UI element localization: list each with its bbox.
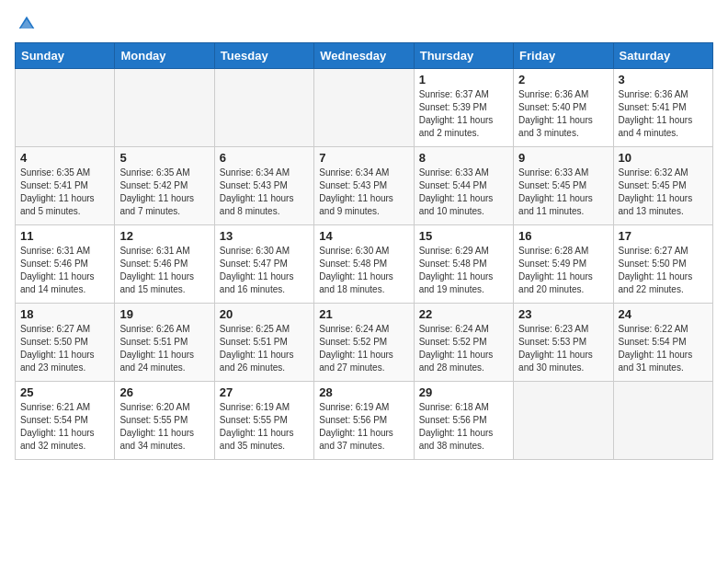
day-number: 23 [518,307,608,321]
day-info: Sunrise: 6:31 AM Sunset: 5:46 PM Dayligh… [20,245,109,296]
day-number: 19 [119,307,209,321]
day-number: 16 [518,229,608,243]
calendar-day-cell: 9Sunrise: 6:33 AM Sunset: 5:45 PM Daylig… [514,147,613,225]
day-info: Sunrise: 6:31 AM Sunset: 5:46 PM Dayligh… [119,245,209,296]
calendar-day-cell [214,69,313,147]
day-number: 28 [319,385,408,399]
day-info: Sunrise: 6:21 AM Sunset: 5:54 PM Dayligh… [20,401,109,453]
day-info: Sunrise: 6:28 AM Sunset: 5:49 PM Dayligh… [518,245,608,296]
calendar-day-cell: 21Sunrise: 6:24 AM Sunset: 5:52 PM Dayli… [314,304,414,382]
day-number: 25 [20,385,109,399]
calendar-day-cell: 1Sunrise: 6:37 AM Sunset: 5:39 PM Daylig… [414,69,513,147]
day-number: 13 [220,229,309,243]
calendar-day-cell: 25Sunrise: 6:21 AM Sunset: 5:54 PM Dayli… [16,382,115,460]
day-number: 4 [20,151,109,165]
day-number: 3 [619,73,708,86]
calendar-day-cell: 10Sunrise: 6:32 AM Sunset: 5:45 PM Dayli… [613,147,712,225]
calendar-day-cell: 15Sunrise: 6:29 AM Sunset: 5:48 PM Dayli… [414,225,513,304]
day-number: 9 [518,151,608,165]
day-number: 20 [220,307,309,321]
day-info: Sunrise: 6:27 AM Sunset: 5:50 PM Dayligh… [20,323,109,374]
weekday-header: Monday [115,43,214,69]
day-info: Sunrise: 6:24 AM Sunset: 5:52 PM Dayligh… [419,323,508,374]
day-number: 6 [220,151,309,165]
weekday-header: Thursday [414,43,513,69]
day-info: Sunrise: 6:27 AM Sunset: 5:50 PM Dayligh… [619,245,708,296]
weekday-header: Tuesday [214,43,313,69]
day-info: Sunrise: 6:19 AM Sunset: 5:55 PM Dayligh… [220,401,309,453]
logo-icon [17,15,36,33]
day-info: Sunrise: 6:32 AM Sunset: 5:45 PM Dayligh… [619,167,708,218]
calendar-day-cell: 27Sunrise: 6:19 AM Sunset: 5:55 PM Dayli… [214,382,313,460]
calendar-day-cell: 29Sunrise: 6:18 AM Sunset: 5:56 PM Dayli… [414,382,513,460]
day-info: Sunrise: 6:24 AM Sunset: 5:52 PM Dayligh… [319,323,408,374]
calendar-day-cell: 5Sunrise: 6:35 AM Sunset: 5:42 PM Daylig… [115,147,214,225]
day-number: 14 [319,229,408,243]
day-info: Sunrise: 6:34 AM Sunset: 5:43 PM Dayligh… [220,167,309,218]
calendar-day-cell: 4Sunrise: 6:35 AM Sunset: 5:41 PM Daylig… [16,147,115,225]
day-number: 26 [119,385,209,399]
calendar-day-cell: 12Sunrise: 6:31 AM Sunset: 5:46 PM Dayli… [115,225,214,304]
day-info: Sunrise: 6:34 AM Sunset: 5:43 PM Dayligh… [319,167,408,218]
calendar-day-cell: 22Sunrise: 6:24 AM Sunset: 5:52 PM Dayli… [414,304,513,382]
calendar-week-row: 18Sunrise: 6:27 AM Sunset: 5:50 PM Dayli… [16,304,713,382]
calendar-day-cell: 23Sunrise: 6:23 AM Sunset: 5:53 PM Dayli… [514,304,613,382]
calendar-table: SundayMondayTuesdayWednesdayThursdayFrid… [15,42,713,460]
calendar-week-row: 1Sunrise: 6:37 AM Sunset: 5:39 PM Daylig… [16,69,713,147]
calendar-day-cell: 3Sunrise: 6:36 AM Sunset: 5:41 PM Daylig… [613,69,712,147]
calendar-day-cell: 19Sunrise: 6:26 AM Sunset: 5:51 PM Dayli… [115,304,214,382]
logo [15,15,36,33]
calendar-day-cell: 16Sunrise: 6:28 AM Sunset: 5:49 PM Dayli… [514,225,613,304]
calendar-day-cell: 18Sunrise: 6:27 AM Sunset: 5:50 PM Dayli… [16,304,115,382]
calendar-day-cell: 17Sunrise: 6:27 AM Sunset: 5:50 PM Dayli… [613,225,712,304]
calendar-day-cell: 8Sunrise: 6:33 AM Sunset: 5:44 PM Daylig… [414,147,513,225]
calendar-day-cell: 2Sunrise: 6:36 AM Sunset: 5:40 PM Daylig… [514,69,613,147]
calendar-day-cell: 11Sunrise: 6:31 AM Sunset: 5:46 PM Dayli… [16,225,115,304]
day-info: Sunrise: 6:25 AM Sunset: 5:51 PM Dayligh… [220,323,309,374]
day-info: Sunrise: 6:29 AM Sunset: 5:48 PM Dayligh… [419,245,508,296]
day-info: Sunrise: 6:33 AM Sunset: 5:45 PM Dayligh… [518,167,608,218]
calendar-day-cell: 26Sunrise: 6:20 AM Sunset: 5:55 PM Dayli… [115,382,214,460]
weekday-header: Saturday [613,43,712,69]
calendar-day-cell: 24Sunrise: 6:22 AM Sunset: 5:54 PM Dayli… [613,304,712,382]
day-number: 7 [319,151,408,165]
weekday-header: Wednesday [314,43,414,69]
day-info: Sunrise: 6:18 AM Sunset: 5:56 PM Dayligh… [419,401,508,453]
calendar-day-cell: 13Sunrise: 6:30 AM Sunset: 5:47 PM Dayli… [214,225,313,304]
page-header [15,15,713,33]
calendar-day-cell [314,69,414,147]
day-info: Sunrise: 6:36 AM Sunset: 5:41 PM Dayligh… [619,88,708,140]
day-info: Sunrise: 6:37 AM Sunset: 5:39 PM Dayligh… [419,88,508,140]
day-number: 21 [319,307,408,321]
calendar-body: 1Sunrise: 6:37 AM Sunset: 5:39 PM Daylig… [16,69,713,460]
weekday-header: Friday [514,43,613,69]
day-number: 22 [419,307,508,321]
calendar-day-cell [514,382,613,460]
calendar-day-cell: 14Sunrise: 6:30 AM Sunset: 5:48 PM Dayli… [314,225,414,304]
calendar-day-cell: 7Sunrise: 6:34 AM Sunset: 5:43 PM Daylig… [314,147,414,225]
calendar-day-cell [613,382,712,460]
day-info: Sunrise: 6:30 AM Sunset: 5:48 PM Dayligh… [319,245,408,296]
day-info: Sunrise: 6:26 AM Sunset: 5:51 PM Dayligh… [119,323,209,374]
day-info: Sunrise: 6:33 AM Sunset: 5:44 PM Dayligh… [419,167,508,218]
calendar-day-cell: 28Sunrise: 6:19 AM Sunset: 5:56 PM Dayli… [314,382,414,460]
calendar-week-row: 11Sunrise: 6:31 AM Sunset: 5:46 PM Dayli… [16,225,713,304]
day-number: 8 [419,151,508,165]
day-info: Sunrise: 6:30 AM Sunset: 5:47 PM Dayligh… [220,245,309,296]
calendar-header: SundayMondayTuesdayWednesdayThursdayFrid… [16,43,713,69]
day-info: Sunrise: 6:35 AM Sunset: 5:41 PM Dayligh… [20,167,109,218]
day-number: 17 [619,229,708,243]
calendar-week-row: 4Sunrise: 6:35 AM Sunset: 5:41 PM Daylig… [16,147,713,225]
day-info: Sunrise: 6:35 AM Sunset: 5:42 PM Dayligh… [119,167,209,218]
calendar-day-cell [115,69,214,147]
day-info: Sunrise: 6:19 AM Sunset: 5:56 PM Dayligh… [319,401,408,453]
day-number: 24 [619,307,708,321]
day-number: 27 [220,385,309,399]
day-number: 15 [419,229,508,243]
day-info: Sunrise: 6:36 AM Sunset: 5:40 PM Dayligh… [518,88,608,140]
calendar-week-row: 25Sunrise: 6:21 AM Sunset: 5:54 PM Dayli… [16,382,713,460]
weekday-header: Sunday [16,43,115,69]
day-number: 18 [20,307,109,321]
day-number: 1 [419,73,508,86]
day-number: 11 [20,229,109,243]
